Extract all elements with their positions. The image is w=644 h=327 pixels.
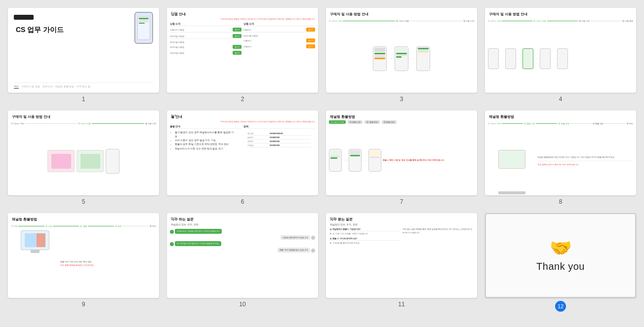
slide-6[interactable]: 월 안내 * 하이라이트된 항목은 CS에서 처리되거나 가이드에서 언급되어 …	[167, 110, 318, 195]
prog-9-4	[122, 226, 149, 226]
desktop-8	[498, 150, 525, 169]
slide-4[interactable]: 구매자 및 사용 방법 안내 ① 서비스 구매 ② 서비스 연동 ③ 이용 시작…	[485, 8, 636, 93]
step-7-4: ④ 환불 관련	[382, 120, 397, 124]
phone-screen-bar-1	[139, 18, 149, 19]
slide-number-1: 1	[82, 96, 85, 103]
slide-2[interactable]: 상품 안내 * 하이라이트된 항목은 CS에서 처리되거나 가이드에서 언급되어…	[167, 8, 318, 93]
step-8-5: ⑤ 처리	[627, 122, 633, 125]
slide-11-deco	[330, 217, 335, 219]
phone-7-2-btn	[350, 155, 360, 156]
bubble-10-2: 이용권 관련 문의가 있습니다.	[281, 235, 310, 240]
phone-1-orange	[374, 58, 385, 59]
step-5-2: ② 서비스 연동	[78, 122, 91, 125]
slide-wrapper-9: 채널링 환불방법 ① 구매 ② 신청 ③ 환불 ④ 완료 ⑤ 처리	[8, 213, 159, 312]
slide-10[interactable]: 자주 하는 질문 채널링의 정보 조작, 관련 안녕하세요. 채널링 관련 문의…	[167, 213, 318, 298]
prog-8-line-4	[604, 123, 626, 124]
product-4-btn: 보기	[233, 51, 242, 55]
step-8-2: ② 환불 신청	[524, 122, 535, 125]
slide-6-right-title: 업체	[243, 125, 315, 129]
bullet-2: 서비 이용이 없는 경우 발급 수수 기능	[175, 139, 236, 143]
slide-3-steps: ① 서비스 구매 ② 서비스 연동 ③ 이용 시작	[326, 18, 477, 24]
slide-5-title: 구매자 및 사용 방법 안내	[8, 110, 159, 120]
slide-1-nav: 개요 구매자 사용 방법 판매 안내 채널링 환불 방법 자주 묻는 말	[14, 82, 153, 89]
slide-wrapper-10: 자주 하는 질문 채널링의 정보 조작, 관련 안녕하세요. 채널링 관련 문의…	[167, 213, 318, 312]
product-r2-label: 트라이얼 이용권	[243, 35, 315, 37]
phone-2	[395, 46, 408, 71]
slide-9[interactable]: 채널링 환불방법 ① 구매 ② 신청 ③ 환불 ④ 완료 ⑤ 처리	[8, 213, 159, 298]
slide-11[interactable]: 자주 묻는 질문 채널링의 정보 조작, 관련 Q. 채널링에서 환불이 가능한…	[326, 213, 477, 298]
slide-1[interactable]: CS 업무 가이드 개요 구매자 사용 방법	[8, 8, 159, 93]
deco-dot-10-1	[171, 217, 173, 219]
slide-6-content: 월별 안내 월 이용권이 있는 경우 채널링서비스를 통해 발급된 기능 서비 …	[167, 123, 318, 195]
prog-line-4-3	[591, 21, 621, 21]
slide-8-left	[488, 128, 536, 194]
slide-4-phones: → → → →	[485, 24, 636, 93]
step-5-1: ① 서비스 구매	[11, 122, 24, 125]
phone-2-btn	[396, 56, 402, 58]
phone-7-3-bar	[370, 157, 380, 158]
slide-4-inner: 구매자 및 사용 방법 안내 ① 서비스 구매 ② 서비스 연동 ③ 이용 시작…	[485, 8, 636, 93]
product-row-4: 프리미엄 이용권 보기	[170, 50, 242, 55]
slide-8-title: 채널링 환불방법	[485, 110, 636, 120]
slide-number-9: 9	[82, 301, 85, 308]
prog-line-2	[410, 21, 462, 21]
arrow-4-1: →	[500, 57, 504, 60]
slide-wrapper-12: 🤝 Thank you 12	[485, 213, 636, 312]
slide-wrapper-2: 상품 안내 * 하이라이트된 항목은 CS에서 처리되거나 가이드에서 언급되어…	[167, 8, 318, 103]
slide-9-right: 환불 처리 이후 상세 내용 확인 방법 주요 환불 항목을 빠짐없이 처리하세…	[60, 230, 156, 297]
slide-12[interactable]: 🤝 Thank you	[485, 213, 636, 298]
step-1: ① 서비스 구매	[329, 20, 342, 22]
product-r1-label: 이용하기	[243, 29, 251, 31]
phone-2-screen	[395, 47, 408, 71]
chat-row-10-1: 안녕하세요. 채널링 관련 문의 도와드리겠습니다.	[170, 229, 315, 234]
step-9-3: ③ 환불	[80, 225, 86, 227]
phone-illustration	[134, 12, 153, 44]
slide-7[interactable]: 채널링 환불방법 ① 서비스 구매 ② 환불 신청 ③ 환불 완료 ④ 환불 관…	[326, 110, 477, 195]
chat-row-10-2: 이용권 관련 문의가 있습니다.	[170, 235, 315, 240]
slide-7-title: 채널링 환불방법	[326, 110, 477, 120]
slide-10-subtitle: 채널링의 정보 조작, 관련	[167, 223, 318, 227]
bubble-10-4: 환불 처리 방법을 알고 싶습니다.	[278, 248, 310, 253]
deco-dot-10-2	[174, 217, 176, 219]
stand-9	[31, 250, 40, 253]
slide-3[interactable]: 구매자 및 사용 방법 안내 ① 서비스 구매 ② 서비스 연동 ③ 이용 시작	[326, 8, 477, 93]
bullet-3: 환불의 경우 30일 기준으로 위탁 관련된 주의 관리	[175, 143, 236, 146]
deco-dot-6-2	[174, 114, 176, 116]
phone-screen-bar-3	[139, 21, 149, 22]
deco-dot-11-1	[330, 217, 332, 219]
slide-11-title: 자주 묻는 질문	[326, 213, 477, 223]
bubble-10-3: 네, 무엇을 도와드릴까요? 자세히 말씀해 주세요.	[175, 241, 221, 246]
slide-9-left	[11, 230, 59, 297]
faq-q-2: Q. 환불 시 어디에 문의하나요?	[330, 237, 401, 241]
step-9-2: ② 신청	[45, 225, 52, 227]
slide-7-inner: 채널링 환불방법 ① 서비스 구매 ② 환불 신청 ③ 환불 완료 ④ 환불 관…	[326, 110, 477, 195]
info-value-1: 000000000000	[270, 132, 283, 135]
nav-item-2: 구매자 사용 방법	[21, 85, 40, 89]
slide-5[interactable]: 구매자 및 사용 방법 안내 ① 서비스 구매 ② 서비스 연동 ③ 이용 시작	[8, 110, 159, 195]
phone-1-gray-1	[374, 55, 385, 56]
slide-8[interactable]: 채널링 환불방법 ① 서비스 구매 ② 환불 신청 ③ 환불 완료 ④ 환불 관…	[485, 110, 636, 195]
avatar-10-2	[311, 236, 315, 240]
prog-8-line-2	[536, 123, 557, 124]
step-4-4: ④ 이용 종료	[622, 20, 633, 22]
nav-item-4: 채널링 환불 방법	[55, 85, 74, 89]
product-row-r1: 이용하기 보기	[243, 27, 315, 33]
slide-7-phones: → → 환불 시 확인 사항 및 중요 안내를 통해 잘 확인하고 처리 부탁드…	[326, 125, 477, 195]
deco-dot-11-2	[333, 217, 335, 219]
prog-8-line-3	[570, 123, 592, 124]
phone-screen-bar-4	[139, 23, 145, 24]
step-8-3: ③ 환불 완료	[558, 122, 569, 125]
nav-item-5: 자주 묻는 말	[77, 85, 90, 89]
info-label-3: 연락처	[247, 140, 270, 143]
slide-1-title: CS 업무 가이드	[16, 26, 153, 35]
phone-3-gray-1	[418, 50, 429, 51]
info-row-4: 이메일 000000000	[247, 144, 311, 147]
slide-11-subtitle: 채널링의 정보 조작, 관련	[326, 223, 477, 227]
info-label-2: 담당자	[247, 136, 270, 139]
step-4-2: ② 서비스 연동	[533, 20, 546, 22]
prog-line-4-1	[502, 21, 532, 21]
img-5-1	[47, 150, 75, 172]
slide-number-11: 11	[398, 301, 404, 308]
avatar-10-4	[311, 249, 315, 253]
arrow-7-1: →	[343, 158, 347, 162]
